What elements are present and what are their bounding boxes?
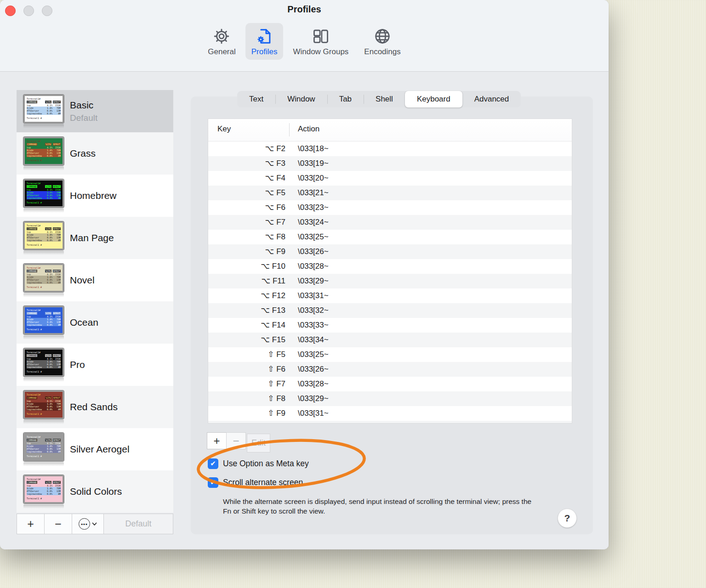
checkbox-label: Scroll alternate screen xyxy=(223,478,303,487)
profile-list-item-basic[interactable]: Terminal1#COMMAND%CPURPRVTtop4.1%231KXco… xyxy=(17,90,173,132)
profile-list-item-red-sands[interactable]: Terminal1#COMMAND%CPURPRVTtop4.1%231KXco… xyxy=(17,386,173,428)
profile-thumbnail: Terminal1#COMMAND%CPURPRVTtop4.1%231KXco… xyxy=(23,95,64,128)
checkbox-checked-icon[interactable]: ✔ xyxy=(208,458,218,469)
profile-thumbnail: Terminal1#COMMAND%CPURPRVTtop4.1%231KXco… xyxy=(23,137,64,170)
profile-list-item-homebrew[interactable]: Terminal1#COMMAND%CPURPRVTtop4.1%231KXco… xyxy=(17,175,173,217)
checkbox-label: Use Option as Meta key xyxy=(223,459,309,469)
tab-window[interactable]: Window xyxy=(275,91,327,107)
profile-thumbnail: Terminal1#COMMAND%CPURPRVTtop4.1%231KXco… xyxy=(23,475,64,509)
shortcut-row[interactable]: ⌥ F4 \033[20~ xyxy=(208,171,572,186)
profile-thumbnail: Terminal1#COMMAND%CPURPRVTtop4.1%231KXco… xyxy=(23,179,64,213)
shortcut-key: ⌥ F7 xyxy=(208,215,285,230)
window-titlebar: Profiles General Profiles xyxy=(0,0,609,72)
add-profile-button[interactable]: + xyxy=(17,514,45,534)
help-button[interactable]: ? xyxy=(558,509,577,528)
preferences-toolbar: General Profiles Window Groups xyxy=(0,23,609,60)
shortcut-key: ⌥ F3 xyxy=(208,156,285,171)
shortcut-row[interactable]: ⌥ F9 \033[26~ xyxy=(208,244,572,259)
thumbnail-reflection xyxy=(23,209,64,213)
tab-tab[interactable]: Tab xyxy=(327,91,364,107)
shortcut-action: \033[25~ xyxy=(285,347,329,362)
shortcut-key: ⌥ F14 xyxy=(208,318,285,333)
shortcut-row[interactable]: ⌥ F6 \033[23~ xyxy=(208,200,572,215)
shortcut-row[interactable]: ⇧ F6 \033[26~ xyxy=(208,362,572,377)
option-row-scroll-alternate-screen: ✔ Scroll alternate screen xyxy=(208,477,309,488)
shortcut-row[interactable]: ⇧ F9 \033[31~ xyxy=(208,406,572,421)
shortcut-row[interactable]: ⌥ F12 \033[31~ xyxy=(208,288,572,303)
profile-actions-menu-button[interactable]: ••• xyxy=(72,514,104,534)
shortcut-action: \033[19~ xyxy=(285,156,329,171)
shortcut-action: \033[28~ xyxy=(285,259,329,274)
shortcut-action: \033[28~ xyxy=(285,377,329,391)
profile-list-item-silver-aerogel[interactable]: Terminal1#COMMAND%CPURPRVTtop4.1%231KXco… xyxy=(17,428,173,470)
remove-shortcut-button[interactable]: − xyxy=(226,432,246,449)
shortcut-action: \033[26~ xyxy=(285,244,329,259)
profile-list-item-ocean[interactable]: Terminal1#COMMAND%CPURPRVTtop4.1%231KXco… xyxy=(17,301,173,344)
chevron-down-icon xyxy=(92,522,97,526)
profile-name: Ocean xyxy=(70,317,98,328)
shortcut-action: \033[18~ xyxy=(285,141,329,156)
shortcut-action: \033[25~ xyxy=(285,230,329,244)
shortcut-key: ⌥ F10 xyxy=(208,259,285,274)
shortcut-action: \033[26~ xyxy=(285,362,329,377)
profile-list-item-solid-colors[interactable]: Terminal1#COMMAND%CPURPRVTtop4.1%231KXco… xyxy=(17,470,173,513)
shortcut-key: ⌥ F12 xyxy=(208,288,285,303)
shortcut-row[interactable]: ⌥ F5 \033[21~ xyxy=(208,186,572,200)
shortcut-row[interactable]: ⌥ F15 \033[34~ xyxy=(208,333,572,347)
toolbar-item-profiles[interactable]: Profiles xyxy=(245,23,284,60)
shortcut-row[interactable]: ⌥ F11 \033[29~ xyxy=(208,274,572,288)
shortcut-row[interactable]: ⌥ F3 \033[19~ xyxy=(208,156,572,171)
profile-thumbnail: Terminal1#COMMAND%CPURPRVTtop4.1%231KXco… xyxy=(23,221,64,255)
shortcut-action: \033[32~ xyxy=(285,303,329,318)
tab-keyboard[interactable]: Keyboard xyxy=(405,91,462,107)
tab-advanced[interactable]: Advanced xyxy=(462,91,521,107)
toolbar-item-encodings[interactable]: Encodings xyxy=(358,23,406,60)
shortcut-key: ⌥ F6 xyxy=(208,200,285,215)
profile-name: Solid Colors xyxy=(70,486,122,497)
shortcut-row[interactable]: ⌥ F14 \033[33~ xyxy=(208,318,572,333)
edit-shortcut-button[interactable]: Edit xyxy=(247,434,270,452)
key-column-header: Key xyxy=(217,124,231,134)
profile-list-item-novel[interactable]: Terminal1#COMMAND%CPURPRVTtop4.1%231KXco… xyxy=(17,259,173,301)
shortcut-key: ⌥ F2 xyxy=(208,141,285,156)
profile-name: Homebrew xyxy=(70,190,117,201)
shortcut-row[interactable]: ⇧ F7 \033[28~ xyxy=(208,377,572,391)
shortcut-row[interactable]: ⌥ F13 \033[32~ xyxy=(208,303,572,318)
profile-name: Silver Aerogel xyxy=(70,444,130,455)
profile-thumbnail: Terminal1#COMMAND%CPURPRVTtop4.1%231KXco… xyxy=(23,306,64,339)
tab-text[interactable]: Text xyxy=(237,91,275,107)
profile-list-footer: + − ••• Default xyxy=(17,514,173,534)
set-default-button[interactable]: Default xyxy=(103,514,173,534)
profile-tabs: TextWindowTabShellKeyboardAdvanced xyxy=(237,91,521,107)
shortcut-key: ⌥ F9 xyxy=(208,244,285,259)
window-content: Terminal1#COMMAND%CPURPRVTtop4.1%231KXco… xyxy=(0,72,609,549)
toolbar-item-general[interactable]: General xyxy=(202,23,241,60)
shortcut-row[interactable]: ⇧ F5 \033[25~ xyxy=(208,347,572,362)
add-shortcut-button[interactable]: + xyxy=(207,432,227,449)
keyboard-shortcuts-table: Key Action ⌥ F2 \033[18~ ⌥ F3 \033[19~ ⌥… xyxy=(208,119,572,424)
remove-profile-button[interactable]: − xyxy=(44,514,72,534)
toolbar-item-window-groups[interactable]: Window Groups xyxy=(287,23,354,60)
shortcut-key: ⇧ F7 xyxy=(208,377,285,391)
shortcut-row[interactable]: ⌥ F7 \033[24~ xyxy=(208,215,572,230)
tab-shell[interactable]: Shell xyxy=(364,91,405,107)
thumbnail-reflection xyxy=(23,420,64,424)
shortcut-key: ⌥ F5 xyxy=(208,186,285,200)
shortcut-row[interactable]: ⌥ F10 \033[28~ xyxy=(208,259,572,274)
profile-list-item-grass[interactable]: Terminal1#COMMAND%CPURPRVTtop4.1%231KXco… xyxy=(17,132,173,175)
thumbnail-reflection xyxy=(23,335,64,339)
shortcut-key: ⌥ F15 xyxy=(208,333,285,347)
shortcut-row[interactable]: ⌥ F8 \033[25~ xyxy=(208,230,572,244)
shortcut-row[interactable]: ⌥ F2 \033[18~ xyxy=(208,141,572,156)
shortcut-key: ⇧ F9 xyxy=(208,406,285,421)
toolbar-item-label: Profiles xyxy=(251,47,278,57)
checkbox-checked-icon[interactable]: ✔ xyxy=(208,477,218,488)
terminal-preferences-window: Profiles General Profiles xyxy=(0,0,609,549)
profile-thumbnail: Terminal1#COMMAND%CPURPRVTtop4.1%231KXco… xyxy=(23,264,64,297)
profile-list-item-pro[interactable]: Terminal1#COMMAND%CPURPRVTtop4.1%231KXco… xyxy=(17,344,173,386)
ellipsis-icon: ••• xyxy=(79,518,90,530)
shortcut-row[interactable]: ⇧ F8 \033[29~ xyxy=(208,391,572,406)
toolbar-item-label: Window Groups xyxy=(293,47,348,57)
profile-list-item-man-page[interactable]: Terminal1#COMMAND%CPURPRVTtop4.1%231KXco… xyxy=(17,217,173,259)
keyboard-options: ✔ Use Option as Meta key ✔ Scroll altern… xyxy=(208,458,309,496)
